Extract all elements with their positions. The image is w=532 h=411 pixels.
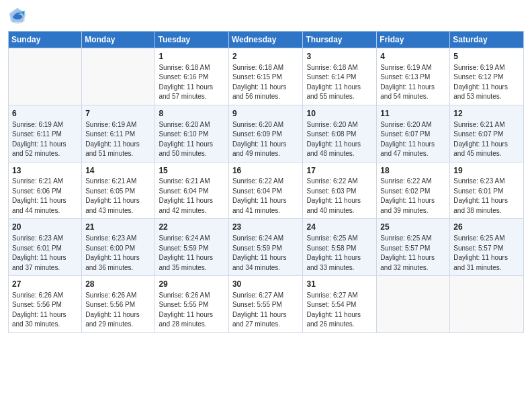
day-number: 16	[232, 165, 300, 177]
calendar-header-sunday: Sunday	[9, 32, 82, 48]
calendar-cell: 17Sunrise: 6:22 AM Sunset: 6:03 PM Dayli…	[303, 162, 377, 219]
day-number: 7	[85, 108, 151, 120]
day-info: Sunrise: 6:23 AM Sunset: 6:01 PM Dayligh…	[453, 177, 520, 216]
day-info: Sunrise: 6:27 AM Sunset: 5:55 PM Dayligh…	[232, 291, 300, 330]
calendar-cell: 5Sunrise: 6:19 AM Sunset: 6:12 PM Daylig…	[450, 48, 524, 105]
day-number: 13	[12, 165, 78, 177]
day-number: 17	[306, 165, 373, 177]
calendar-cell: 23Sunrise: 6:24 AM Sunset: 5:59 PM Dayli…	[228, 219, 303, 276]
day-info: Sunrise: 6:20 AM Sunset: 6:09 PM Dayligh…	[232, 120, 300, 159]
calendar-header-saturday: Saturday	[450, 32, 524, 48]
day-number: 28	[85, 279, 151, 290]
calendar-cell: 24Sunrise: 6:25 AM Sunset: 5:58 PM Dayli…	[303, 219, 377, 276]
day-number: 11	[380, 108, 446, 120]
calendar-cell: 12Sunrise: 6:21 AM Sunset: 6:07 PM Dayli…	[450, 105, 524, 162]
calendar-cell	[450, 276, 524, 333]
calendar-cell	[82, 48, 155, 105]
calendar-cell: 30Sunrise: 6:27 AM Sunset: 5:55 PM Dayli…	[228, 276, 303, 333]
day-info: Sunrise: 6:21 AM Sunset: 6:04 PM Dayligh…	[159, 177, 224, 216]
calendar-cell: 9Sunrise: 6:20 AM Sunset: 6:09 PM Daylig…	[228, 105, 303, 162]
day-number: 30	[232, 279, 300, 290]
calendar-cell: 11Sunrise: 6:20 AM Sunset: 6:07 PM Dayli…	[377, 105, 450, 162]
logo-icon	[8, 7, 27, 26]
day-info: Sunrise: 6:25 AM Sunset: 5:57 PM Dayligh…	[453, 234, 520, 273]
calendar-header-monday: Monday	[82, 32, 155, 48]
calendar-cell: 27Sunrise: 6:26 AM Sunset: 5:56 PM Dayli…	[9, 276, 82, 333]
day-number: 10	[306, 108, 373, 120]
day-number: 9	[232, 108, 300, 120]
day-number: 20	[12, 222, 78, 233]
calendar-cell: 2Sunrise: 6:18 AM Sunset: 6:15 PM Daylig…	[228, 48, 303, 105]
day-number: 4	[380, 51, 446, 62]
day-info: Sunrise: 6:21 AM Sunset: 6:05 PM Dayligh…	[85, 177, 151, 216]
day-info: Sunrise: 6:21 AM Sunset: 6:07 PM Dayligh…	[453, 120, 520, 159]
calendar-cell: 26Sunrise: 6:25 AM Sunset: 5:57 PM Dayli…	[450, 219, 524, 276]
day-number: 2	[232, 51, 300, 62]
day-info: Sunrise: 6:18 AM Sunset: 6:14 PM Dayligh…	[306, 63, 373, 102]
day-info: Sunrise: 6:22 AM Sunset: 6:03 PM Dayligh…	[306, 177, 373, 216]
day-number: 27	[12, 279, 78, 290]
day-info: Sunrise: 6:21 AM Sunset: 6:06 PM Dayligh…	[12, 177, 78, 216]
day-info: Sunrise: 6:25 AM Sunset: 5:58 PM Dayligh…	[306, 234, 373, 273]
calendar-week-3: 13Sunrise: 6:21 AM Sunset: 6:06 PM Dayli…	[9, 162, 524, 219]
day-number: 22	[159, 222, 224, 233]
day-info: Sunrise: 6:19 AM Sunset: 6:11 PM Dayligh…	[85, 120, 151, 159]
day-number: 21	[85, 222, 151, 233]
calendar-cell: 29Sunrise: 6:26 AM Sunset: 5:55 PM Dayli…	[155, 276, 228, 333]
day-number: 8	[159, 108, 224, 120]
calendar-cell: 4Sunrise: 6:19 AM Sunset: 6:13 PM Daylig…	[377, 48, 450, 105]
day-number: 29	[159, 279, 224, 290]
day-info: Sunrise: 6:19 AM Sunset: 6:12 PM Dayligh…	[453, 63, 520, 102]
day-info: Sunrise: 6:18 AM Sunset: 6:15 PM Dayligh…	[232, 63, 300, 102]
day-number: 12	[453, 108, 520, 120]
calendar-cell: 22Sunrise: 6:24 AM Sunset: 5:59 PM Dayli…	[155, 219, 228, 276]
day-info: Sunrise: 6:18 AM Sunset: 6:16 PM Dayligh…	[159, 63, 224, 102]
day-info: Sunrise: 6:23 AM Sunset: 6:00 PM Dayligh…	[85, 234, 151, 273]
day-info: Sunrise: 6:24 AM Sunset: 5:59 PM Dayligh…	[159, 234, 224, 273]
page: SundayMondayTuesdayWednesdayThursdayFrid…	[0, 0, 532, 411]
day-number: 23	[232, 222, 300, 233]
calendar-header-wednesday: Wednesday	[228, 32, 303, 48]
calendar-header-tuesday: Tuesday	[155, 32, 228, 48]
calendar-cell: 1Sunrise: 6:18 AM Sunset: 6:16 PM Daylig…	[155, 48, 228, 105]
day-info: Sunrise: 6:26 AM Sunset: 5:56 PM Dayligh…	[85, 291, 151, 330]
day-number: 3	[306, 51, 373, 62]
day-number: 15	[159, 165, 224, 177]
calendar-cell: 8Sunrise: 6:20 AM Sunset: 6:10 PM Daylig…	[155, 105, 228, 162]
calendar-cell	[377, 276, 450, 333]
day-info: Sunrise: 6:20 AM Sunset: 6:07 PM Dayligh…	[380, 120, 446, 159]
day-info: Sunrise: 6:26 AM Sunset: 5:56 PM Dayligh…	[12, 291, 78, 330]
day-info: Sunrise: 6:27 AM Sunset: 5:54 PM Dayligh…	[306, 291, 373, 330]
day-info: Sunrise: 6:24 AM Sunset: 5:59 PM Dayligh…	[232, 234, 300, 273]
calendar-header-row: SundayMondayTuesdayWednesdayThursdayFrid…	[9, 32, 524, 48]
day-info: Sunrise: 6:19 AM Sunset: 6:11 PM Dayligh…	[12, 120, 78, 159]
day-info: Sunrise: 6:23 AM Sunset: 6:01 PM Dayligh…	[12, 234, 78, 273]
calendar-cell	[9, 48, 82, 105]
day-number: 24	[306, 222, 373, 233]
calendar-week-4: 20Sunrise: 6:23 AM Sunset: 6:01 PM Dayli…	[9, 219, 524, 276]
day-number: 1	[159, 51, 224, 62]
calendar-header-friday: Friday	[377, 32, 450, 48]
day-number: 19	[453, 165, 520, 177]
calendar-cell: 28Sunrise: 6:26 AM Sunset: 5:56 PM Dayli…	[82, 276, 155, 333]
calendar-week-5: 27Sunrise: 6:26 AM Sunset: 5:56 PM Dayli…	[9, 276, 524, 333]
calendar-table: SundayMondayTuesdayWednesdayThursdayFrid…	[8, 31, 524, 333]
calendar-cell: 6Sunrise: 6:19 AM Sunset: 6:11 PM Daylig…	[9, 105, 82, 162]
day-number: 25	[380, 222, 446, 233]
calendar-cell: 25Sunrise: 6:25 AM Sunset: 5:57 PM Dayli…	[377, 219, 450, 276]
calendar-cell: 21Sunrise: 6:23 AM Sunset: 6:00 PM Dayli…	[82, 219, 155, 276]
day-number: 5	[453, 51, 520, 62]
day-number: 31	[306, 279, 373, 290]
day-info: Sunrise: 6:19 AM Sunset: 6:13 PM Dayligh…	[380, 63, 446, 102]
calendar-cell: 19Sunrise: 6:23 AM Sunset: 6:01 PM Dayli…	[450, 162, 524, 219]
calendar-header-thursday: Thursday	[303, 32, 377, 48]
day-number: 18	[380, 165, 446, 177]
day-number: 6	[12, 108, 78, 120]
calendar-cell: 15Sunrise: 6:21 AM Sunset: 6:04 PM Dayli…	[155, 162, 228, 219]
calendar-week-2: 6Sunrise: 6:19 AM Sunset: 6:11 PM Daylig…	[9, 105, 524, 162]
calendar-cell: 3Sunrise: 6:18 AM Sunset: 6:14 PM Daylig…	[303, 48, 377, 105]
day-info: Sunrise: 6:22 AM Sunset: 6:02 PM Dayligh…	[380, 177, 446, 216]
calendar-cell: 14Sunrise: 6:21 AM Sunset: 6:05 PM Dayli…	[82, 162, 155, 219]
day-number: 14	[85, 165, 151, 177]
day-info: Sunrise: 6:22 AM Sunset: 6:04 PM Dayligh…	[232, 177, 300, 216]
